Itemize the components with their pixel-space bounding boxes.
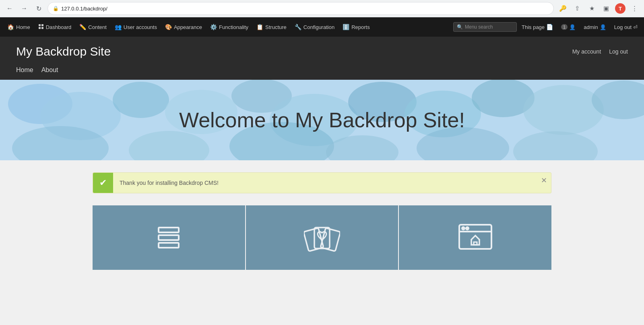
svg-rect-30 [474,242,477,245]
browser-actions: 🔑 ⇧ ★ ▣ T ⋮ [557,3,640,14]
toolbar-functionality[interactable]: ⚙️ Functionality [206,17,252,37]
card-2 [246,205,398,270]
admin-user-btn[interactable]: admin 👤 [580,24,609,30]
toolbar-reports[interactable]: ℹ️ Reports [339,17,374,37]
page-icon: 📄 [546,24,553,30]
browser-chrome: ← → ↻ 🔒 127.0.0.1/backdrop/ 🔑 ⇧ ★ ▣ T ⋮ [0,0,644,17]
svg-rect-22 [159,228,179,232]
svg-point-31 [462,227,464,230]
home-icon: 🏠 [7,24,14,30]
lock-icon: 🔒 [53,6,59,11]
cards-icon [304,221,340,254]
logout-link[interactable]: Log out [609,48,628,55]
toolbar-structure[interactable]: 📋 Structure [252,17,291,37]
card-3 [399,205,551,270]
svg-point-7 [113,82,169,118]
count-badge: 1 [561,24,568,30]
reports-icon: ℹ️ [343,24,349,30]
star-icon[interactable]: ★ [586,3,597,14]
svg-rect-0 [39,24,41,26]
toolbar-dashboard[interactable]: Dashboard [34,17,76,37]
svg-point-14 [523,85,604,135]
reload-button[interactable]: ↻ [33,3,44,14]
my-account-link[interactable]: My account [572,48,601,55]
status-message: ✔ Thank you for installing Backdrop CMS!… [93,172,551,193]
card-1 [93,205,245,270]
nav-about[interactable]: About [41,66,58,74]
functionality-icon: ⚙️ [210,24,217,30]
user-account-icon: 👤 [600,24,606,30]
structure-icon: 📋 [256,24,263,30]
search-icon: 🔍 [457,24,463,30]
status-icon-box: ✔ [93,173,113,193]
checkmark-icon: ✔ [99,178,107,188]
toolbar-right: 🔍 This page 📄 1 👤 admin 👤 Log out ⏎ [453,22,641,32]
toolbar-home[interactable]: 🏠 Home [3,17,34,37]
content-icon: ✏️ [79,24,86,30]
avatar[interactable]: T [615,3,625,14]
browser-icon [457,223,493,253]
status-text: Thank you for installing Backdrop CMS! [113,174,551,192]
configuration-icon: 🔧 [295,24,301,30]
svg-rect-2 [39,27,41,29]
hero-title: Welcome to My Backdrop Site! [179,108,465,132]
logout-btn[interactable]: Log out ⏎ [611,24,641,30]
this-page-btn[interactable]: This page 📄 [518,24,556,30]
toolbar-configuration[interactable]: 🔧 Configuration [291,17,339,37]
main-content: ✔ Thank you for installing Backdrop CMS!… [0,160,644,282]
appearance-icon: 🎨 [165,24,172,30]
svg-rect-1 [41,24,43,26]
menu-search-input[interactable] [465,24,513,30]
card-grid [93,205,551,270]
svg-rect-23 [159,235,179,240]
back-button[interactable]: ← [4,3,15,14]
svg-rect-27 [314,228,330,248]
extension-icon[interactable]: ▣ [601,3,612,14]
user-count[interactable]: 1 👤 [558,24,579,30]
users-icon: 👥 [115,24,122,30]
menu-icon[interactable]: ⋮ [629,3,640,14]
svg-rect-3 [41,27,43,29]
toolbar-user-accounts[interactable]: 👥 User accounts [111,17,161,37]
forward-button[interactable]: → [19,3,30,14]
address-bar[interactable]: 🔒 127.0.0.1/backdrop/ [47,2,554,15]
logout-icon: ⏎ [633,24,638,30]
key-icon[interactable]: 🔑 [557,3,568,14]
svg-rect-24 [159,243,179,248]
share-icon[interactable]: ⇧ [572,3,583,14]
admin-toolbar: 🏠 Home Dashboard ✏️ Content 👥 User accou… [0,17,644,37]
hero-banner: Welcome to My Backdrop Site! [0,80,644,160]
site-nav: Home About [0,66,644,80]
toolbar-appearance[interactable]: 🎨 Appearance [161,17,206,37]
database-icon [153,221,185,254]
site-header-nav: My account Log out [572,48,628,55]
site-header: My Backdrop Site My account Log out [0,37,644,66]
toolbar-content[interactable]: ✏️ Content [75,17,111,37]
people-icon: 👤 [569,24,576,30]
svg-point-32 [466,227,469,230]
menu-search[interactable]: 🔍 [453,22,517,32]
site-title[interactable]: My Backdrop Site [16,45,111,58]
nav-home[interactable]: Home [16,66,33,74]
address-text: 127.0.0.1/backdrop/ [61,6,107,12]
status-close-button[interactable]: ✕ [541,176,547,185]
dashboard-icon [38,24,44,31]
